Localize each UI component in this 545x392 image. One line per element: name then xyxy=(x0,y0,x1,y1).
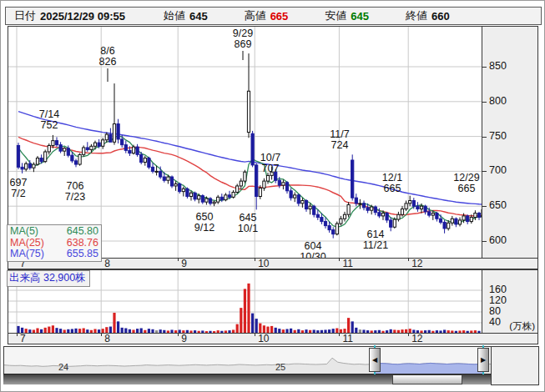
horizontal-scrollbar-thumb[interactable] xyxy=(392,374,462,384)
candle-body xyxy=(412,201,415,207)
volume-tick-label: 120 xyxy=(489,294,507,306)
candle-body xyxy=(451,219,453,223)
month-tick-mark xyxy=(339,259,340,261)
candle-body xyxy=(285,183,288,191)
volume-value-box: 出来高 32,900株 xyxy=(7,270,90,287)
candle-body xyxy=(201,196,204,203)
candle-body xyxy=(240,181,242,186)
ma75-value: 655.85 xyxy=(67,249,98,260)
price-annotation: 12/1 xyxy=(382,172,402,183)
price-annotation: 12/29 xyxy=(453,172,479,183)
volume-axis-panel: 1601208040(万株) xyxy=(482,269,538,334)
candle-body xyxy=(328,226,331,230)
candle-body xyxy=(155,171,158,172)
price-tick-label: 800 xyxy=(489,95,507,107)
price-annotation: 752 xyxy=(41,119,58,131)
month-label: 8 xyxy=(104,333,110,344)
candle-body xyxy=(205,199,208,202)
candle-body xyxy=(121,139,124,145)
candle-body xyxy=(217,197,220,202)
candle-body xyxy=(59,145,62,152)
candle-body xyxy=(129,150,131,153)
price-annotation: 11/21 xyxy=(363,239,388,251)
volume-bar xyxy=(251,314,254,334)
candle-body xyxy=(359,204,361,204)
month-label: 10 xyxy=(258,258,269,269)
price-tick-label: 700 xyxy=(489,164,507,176)
candle-body xyxy=(320,218,323,222)
candle-body xyxy=(259,188,261,196)
month-label: 12 xyxy=(411,333,422,344)
ma5-label: MA(5) xyxy=(10,226,38,238)
candle-body xyxy=(33,164,35,168)
range-right-arrow-button[interactable]: ▶ xyxy=(477,348,489,372)
price-annotation: 8/6 xyxy=(100,45,114,57)
candle-body xyxy=(113,124,115,143)
date-value: 2025/12/29 09:55 xyxy=(40,10,125,23)
candle-body xyxy=(213,202,215,204)
candle-body xyxy=(316,214,319,217)
range-navigator[interactable]: ◀ ▶ 24 25 xyxy=(3,346,492,374)
price-annotation: 11/7 xyxy=(330,128,349,140)
price-tick-mark xyxy=(482,241,487,242)
price-tick-mark xyxy=(482,137,487,138)
price-tick-mark xyxy=(482,171,487,172)
candle-body xyxy=(198,196,200,199)
candle-body xyxy=(371,207,373,210)
high-value: 665 xyxy=(270,10,289,23)
candle-body xyxy=(366,208,369,210)
candle-body xyxy=(263,181,265,188)
candle-body xyxy=(297,195,300,204)
candle-body xyxy=(470,218,472,222)
price-annotation: 645 xyxy=(240,212,257,224)
price-annotation: 9/12 xyxy=(194,222,214,234)
horizontal-scrollbar-track[interactable] xyxy=(3,374,491,384)
candle-body xyxy=(90,146,93,149)
candle-body xyxy=(36,158,38,165)
candle-body xyxy=(301,201,304,204)
candle-body xyxy=(167,177,169,180)
candle-body xyxy=(93,143,96,146)
candle-body xyxy=(351,160,354,198)
month-axis-strip-bottom: 789101112 xyxy=(8,333,538,344)
candle-body xyxy=(194,193,196,199)
candle-body xyxy=(55,141,58,145)
candle-body xyxy=(467,216,469,222)
candle-body xyxy=(182,188,184,191)
month-tick-mark xyxy=(101,334,102,336)
ma5-value: 645.80 xyxy=(67,226,98,238)
candle-body xyxy=(397,214,400,219)
month-label: 8 xyxy=(104,258,110,269)
candle-body xyxy=(98,143,100,146)
ma25-label: MA(25) xyxy=(10,238,44,249)
volume-bar xyxy=(244,289,246,334)
month-label: 11 xyxy=(342,258,352,269)
volume-bar xyxy=(347,318,350,334)
candle-body xyxy=(386,214,388,220)
candle-body xyxy=(305,201,307,209)
candle-body xyxy=(278,180,280,185)
candle-body xyxy=(424,206,426,212)
candle-body xyxy=(109,134,112,142)
right-arrow-icon: ▶ xyxy=(481,356,486,364)
price-annotation: 604 xyxy=(305,240,322,252)
month-label: 11 xyxy=(342,333,352,344)
candle-body xyxy=(266,175,269,181)
month-tick-mark xyxy=(255,334,255,336)
low-label: 安値 xyxy=(325,8,346,23)
volume-tick-label: 80 xyxy=(489,305,501,317)
candle-body xyxy=(132,147,134,153)
nav-year-label-25: 25 xyxy=(275,362,285,372)
candle-body xyxy=(247,91,250,132)
price-annotation: 697 xyxy=(10,177,28,188)
month-label: 7 xyxy=(20,333,26,344)
candle-body xyxy=(74,161,77,164)
month-tick-mark xyxy=(408,259,409,261)
price-annotation: 650 xyxy=(196,211,214,223)
candle-body xyxy=(86,148,88,150)
ma75-label: MA(75) xyxy=(10,249,44,260)
candle-body xyxy=(17,145,19,167)
range-left-arrow-button[interactable]: ◀ xyxy=(369,348,381,372)
candle-body xyxy=(420,206,422,209)
candle-body xyxy=(255,165,258,197)
